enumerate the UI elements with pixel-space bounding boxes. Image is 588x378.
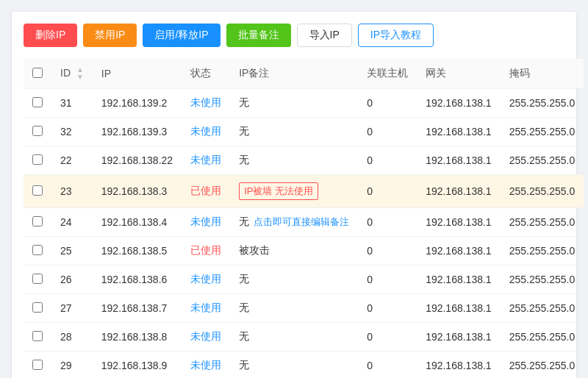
row-note[interactable]: 无	[230, 294, 358, 323]
ip-table: ID ▲▼ IP 状态 IP备注 关联主机 网关 掩码 31192.168.13…	[24, 59, 584, 378]
row-gateway: 192.168.138.1	[417, 265, 501, 294]
row-checkbox[interactable]	[32, 245, 43, 255]
delete-ip-button[interactable]: 删除IP	[24, 24, 77, 47]
row-note[interactable]: 无	[230, 118, 358, 146]
row-id: 31	[51, 89, 93, 118]
header-ip: IP	[93, 59, 182, 89]
row-id: 22	[51, 146, 93, 175]
row-mask: 255.255.255.0	[501, 146, 584, 175]
row-note[interactable]: 无	[230, 352, 358, 379]
table-header-row: ID ▲▼ IP 状态 IP备注 关联主机 网关 掩码	[24, 59, 584, 89]
import-ip-button[interactable]: 导入IP	[297, 24, 352, 47]
row-id: 25	[51, 237, 93, 265]
row-checkbox-cell	[24, 265, 51, 294]
row-note[interactable]: 无	[230, 146, 358, 175]
header-note: IP备注	[230, 59, 358, 89]
note-text: 无	[239, 273, 249, 285]
row-checkbox[interactable]	[32, 302, 43, 313]
sort-icon-id: ▲▼	[76, 66, 84, 81]
row-host: 0	[358, 175, 417, 208]
row-gateway: 192.168.138.1	[417, 118, 501, 146]
row-ip: 192.168.138.6	[93, 265, 182, 294]
row-gateway: 192.168.138.1	[417, 208, 501, 237]
note-text: 无	[239, 125, 249, 137]
row-checkbox-cell	[24, 208, 51, 237]
row-checkbox[interactable]	[32, 154, 43, 165]
table-row: 26192.168.138.6未使用无0192.168.138.1255.255…	[24, 265, 584, 294]
row-mask: 255.255.255.0	[501, 294, 584, 323]
row-note[interactable]: IP被墙 无法使用	[230, 175, 358, 208]
table-row: 28192.168.138.8未使用无0192.168.138.1255.255…	[24, 323, 584, 352]
toolbar: 删除IP禁用IP启用/释放IP批量备注导入IPIP导入教程	[24, 24, 564, 47]
row-host: 0	[358, 146, 417, 175]
row-status: 未使用	[182, 118, 230, 146]
note-text: 无	[239, 359, 249, 371]
row-checkbox-cell	[24, 352, 51, 379]
table-row: 23192.168.138.3已使用IP被墙 无法使用0192.168.138.…	[24, 175, 584, 208]
row-mask: 255.255.255.0	[501, 118, 584, 146]
row-ip: 192.168.138.7	[93, 294, 182, 323]
row-checkbox[interactable]	[32, 185, 43, 196]
row-gateway: 192.168.138.1	[417, 323, 501, 352]
note-text: 无	[239, 96, 249, 108]
row-note[interactable]: 无	[230, 265, 358, 294]
row-host: 0	[358, 89, 417, 118]
row-host: 0	[358, 352, 417, 379]
table-row: 29192.168.138.9未使用无0192.168.138.1255.255…	[24, 352, 584, 379]
row-note[interactable]: 被攻击	[230, 237, 358, 265]
row-checkbox[interactable]	[32, 97, 43, 107]
header-status: 状态	[182, 59, 230, 89]
row-status: 已使用	[182, 175, 230, 208]
row-checkbox[interactable]	[32, 331, 43, 341]
row-checkbox-cell	[24, 175, 51, 208]
row-checkbox[interactable]	[32, 216, 43, 227]
row-checkbox[interactable]	[32, 126, 43, 136]
row-status: 未使用	[182, 208, 230, 237]
note-text: 无	[239, 330, 249, 342]
note-text: 无	[239, 154, 249, 165]
row-id: 28	[51, 323, 93, 352]
row-note[interactable]: 无	[230, 89, 358, 118]
header-mask: 掩码	[501, 59, 584, 89]
row-host: 0	[358, 237, 417, 265]
row-ip: 192.168.138.3	[93, 175, 182, 208]
table-row: 31192.168.139.2未使用无0192.168.138.1255.255…	[24, 89, 584, 118]
row-gateway: 192.168.138.1	[417, 294, 501, 323]
row-id: 27	[51, 294, 93, 323]
enable-ip-button[interactable]: 启用/释放IP	[143, 24, 220, 47]
row-mask: 255.255.255.0	[501, 175, 584, 208]
row-checkbox[interactable]	[32, 274, 43, 284]
ban-ip-button[interactable]: 禁用IP	[83, 24, 137, 47]
header-checkbox	[24, 59, 51, 89]
ip-guide-button[interactable]: IP导入教程	[358, 24, 434, 47]
row-gateway: 192.168.138.1	[417, 237, 501, 265]
row-ip: 192.168.138.22	[93, 146, 182, 175]
row-checkbox-cell	[24, 294, 51, 323]
table-row: 27192.168.138.7未使用无0192.168.138.1255.255…	[24, 294, 584, 323]
table-row: 22192.168.138.22未使用无0192.168.138.1255.25…	[24, 146, 584, 175]
row-host: 0	[358, 294, 417, 323]
row-id: 32	[51, 118, 93, 146]
row-checkbox-cell	[24, 323, 51, 352]
table-row: 25192.168.138.5已使用被攻击0192.168.138.1255.2…	[24, 237, 584, 265]
main-container: 删除IP禁用IP启用/释放IP批量备注导入IPIP导入教程 ID ▲▼ IP 状…	[12, 12, 576, 378]
table-row: 24192.168.138.4未使用无点击即可直接编辑备注0192.168.13…	[24, 208, 584, 237]
select-all-checkbox[interactable]	[32, 68, 43, 78]
row-status: 已使用	[182, 237, 230, 265]
batch-note-button[interactable]: 批量备注	[226, 24, 291, 47]
row-note[interactable]: 无	[230, 323, 358, 352]
note-text: 被攻击	[239, 244, 270, 256]
row-mask: 255.255.255.0	[501, 208, 584, 237]
row-status: 未使用	[182, 323, 230, 352]
row-status: 未使用	[182, 146, 230, 175]
row-id: 26	[51, 265, 93, 294]
note-text: 无	[239, 302, 249, 313]
table-row: 32192.168.139.3未使用无0192.168.138.1255.255…	[24, 118, 584, 146]
row-checkbox[interactable]	[32, 360, 43, 370]
row-mask: 255.255.255.0	[501, 89, 584, 118]
row-note[interactable]: 无点击即可直接编辑备注	[230, 208, 358, 237]
row-id: 24	[51, 208, 93, 237]
row-checkbox-cell	[24, 146, 51, 175]
row-ip: 192.168.138.5	[93, 237, 182, 265]
row-mask: 255.255.255.0	[501, 352, 584, 379]
